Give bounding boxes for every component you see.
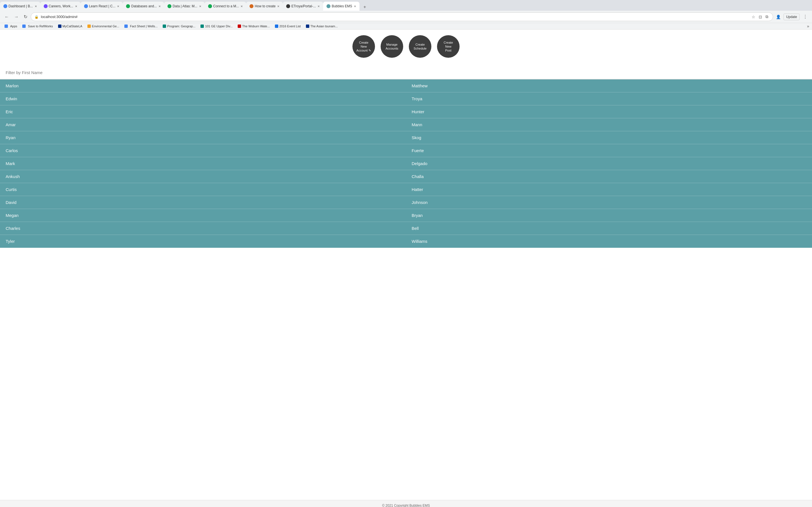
table-row[interactable]: Carlos Fuerte: [0, 144, 812, 157]
tab-connect[interactable]: Connect to a M... ✕: [205, 2, 246, 11]
tab-close-databases[interactable]: ✕: [158, 5, 161, 8]
filter-first-name-input[interactable]: [6, 69, 806, 76]
bookmark-2016event[interactable]: 2016 Event List: [273, 24, 303, 29]
profile-button[interactable]: 👤: [775, 14, 782, 20]
table-row[interactable]: Curtis Hatter: [0, 183, 812, 196]
tab-favicon-react: [84, 4, 88, 8]
tab-title-bubbles: Bubbles EMS: [332, 4, 352, 8]
first-name-cell: Carlos: [0, 144, 406, 157]
tab-close-data[interactable]: ✕: [199, 5, 201, 8]
tab-data[interactable]: Data | Atlas: M... ✕: [164, 2, 205, 11]
create-new-account-button[interactable]: CreateNewAccount ✎: [352, 35, 375, 58]
bookmark-101ge[interactable]: 101 GE Upper Div...: [199, 24, 234, 29]
bookmark-label-2016event: 2016 Event List: [280, 24, 301, 28]
bookmark-asian[interactable]: The Asian tsunam...: [304, 24, 340, 29]
tab-close-bubbles[interactable]: ✕: [354, 5, 356, 8]
footer-text: © 2021 Copyright Bubbles EMS: [382, 504, 430, 507]
tab-careers[interactable]: Careers, Work... ✕: [40, 2, 81, 11]
last-name-cell: Delgado: [406, 157, 812, 170]
tab-close-connect[interactable]: ✕: [241, 5, 243, 8]
bookmark-calstate[interactable]: MyCalStateLA: [56, 24, 84, 29]
tab-howto[interactable]: How to create ✕: [246, 2, 283, 11]
bookmark-page-button[interactable]: ☆: [751, 14, 756, 20]
tab-databases[interactable]: Databases and... ✕: [123, 2, 164, 11]
table-row[interactable]: Amar Mann: [0, 118, 812, 131]
bookmark-woburn[interactable]: The Woburn Wate...: [236, 24, 271, 29]
first-name-cell: Curtis: [0, 183, 406, 196]
tab-favicon-howto: [250, 4, 253, 8]
bookmark-apps[interactable]: Apps: [3, 24, 19, 29]
first-name-cell: David: [0, 196, 406, 209]
table-row[interactable]: Eric Hunter: [0, 105, 812, 118]
tab-close-dashboard[interactable]: ✕: [35, 5, 37, 8]
tab-favicon-bubbles: [326, 4, 331, 8]
nav-bar: ← → ↻ 🔒 localhost:3000/admin# ☆ ⊡ ⧉ 👤 Up…: [0, 11, 812, 23]
tab-bar: Dashboard | B... ✕ Careers, Work... ✕ Le…: [0, 0, 812, 11]
accounts-table: Marlon Matthew Edwin Troya Eric Hunter A…: [0, 79, 812, 248]
address-bar[interactable]: 🔒 localhost:3000/admin# ☆ ⊡ ⧉: [31, 12, 773, 21]
tab-bubbles[interactable]: Bubbles EMS ✕: [323, 2, 359, 11]
bookmark-program[interactable]: Program: Geograp...: [161, 24, 197, 29]
bookmark-favicon-program: [163, 24, 166, 28]
last-name-cell: Hunter: [406, 105, 812, 118]
extensions-button[interactable]: ⧉: [764, 14, 769, 20]
last-name-cell: Mann: [406, 118, 812, 131]
address-text: localhost:3000/admin#: [41, 15, 748, 19]
tab-close-careers[interactable]: ✕: [75, 5, 77, 8]
tab-dashboard[interactable]: Dashboard | B... ✕: [0, 2, 40, 11]
table-row[interactable]: David Johnson: [0, 196, 812, 209]
forward-button[interactable]: →: [12, 13, 20, 20]
table-row[interactable]: Ryan Skog: [0, 131, 812, 144]
browser-chrome: Dashboard | B... ✕ Careers, Work... ✕ Le…: [0, 0, 812, 30]
tab-close-react[interactable]: ✕: [117, 5, 119, 8]
last-name-cell: Troya: [406, 93, 812, 105]
tab-favicon-github: [286, 4, 290, 8]
tab-close-github[interactable]: ✕: [317, 5, 320, 8]
bookmark-env[interactable]: Environmental Ge...: [86, 24, 121, 29]
tab-title-github: ETroya/Portal-...: [291, 4, 316, 8]
tab-close-howto[interactable]: ✕: [277, 5, 280, 8]
bookmark-label-asian: The Asian tsunam...: [310, 24, 338, 28]
update-button[interactable]: Update: [783, 13, 800, 20]
table-row[interactable]: Marlon Matthew: [0, 79, 812, 93]
tab-github[interactable]: ETroya/Portal-... ✕: [283, 2, 323, 11]
cast-button[interactable]: ⊡: [758, 14, 763, 20]
tab-favicon-careers: [44, 4, 48, 8]
filter-row: [0, 66, 812, 79]
table-row[interactable]: Edwin Troya: [0, 93, 812, 105]
bookmark-favicon-2016event: [275, 24, 278, 28]
table-row[interactable]: Megan Bryan: [0, 209, 812, 222]
table-row[interactable]: Ankush Challa: [0, 170, 812, 183]
last-name-cell: Skog: [406, 131, 812, 144]
bookmark-factsheet[interactable]: Fact Sheet | Wells...: [123, 24, 159, 29]
first-name-cell: Megan: [0, 209, 406, 222]
last-name-cell: Williams: [406, 235, 812, 248]
create-schedule-button[interactable]: CreateSchedule: [409, 35, 432, 58]
bookmark-favicon-101ge: [200, 24, 204, 28]
reload-button[interactable]: ↻: [22, 13, 29, 20]
last-name-cell: Johnson: [406, 196, 812, 209]
table-row[interactable]: Tyler Williams: [0, 235, 812, 248]
tab-react[interactable]: Learn React | C... ✕: [81, 2, 123, 11]
tab-title-howto: How to create: [255, 4, 275, 8]
page-content: CreateNewAccount ✎ ManageAccounts Create…: [0, 30, 812, 500]
first-name-cell: Edwin: [0, 93, 406, 105]
bookmarks-bar: Apps Save to RefWorks MyCalStateLA Envir…: [0, 23, 812, 30]
bookmark-refworks[interactable]: Save to RefWorks: [20, 24, 54, 29]
create-new-post-button[interactable]: CreateNewPost: [437, 35, 460, 58]
bookmarks-more-button[interactable]: »: [807, 24, 809, 29]
table-row[interactable]: Mark Delgado: [0, 157, 812, 170]
last-name-cell: Bryan: [406, 209, 812, 222]
tab-title-dashboard: Dashboard | B...: [8, 4, 33, 8]
manage-accounts-button[interactable]: ManageAccounts: [380, 35, 403, 58]
table-row[interactable]: Charles Bell: [0, 222, 812, 235]
back-button[interactable]: ←: [3, 13, 11, 20]
new-tab-button[interactable]: +: [361, 3, 369, 11]
tab-title-careers: Careers, Work...: [49, 4, 73, 8]
bookmark-favicon-asian: [306, 24, 309, 28]
bookmark-favicon-refworks: [22, 24, 26, 28]
tab-favicon-connect: [208, 4, 212, 8]
bookmark-favicon-woburn: [238, 24, 241, 28]
tab-favicon-databases: [126, 4, 130, 8]
menu-button[interactable]: ⋮: [801, 13, 809, 20]
